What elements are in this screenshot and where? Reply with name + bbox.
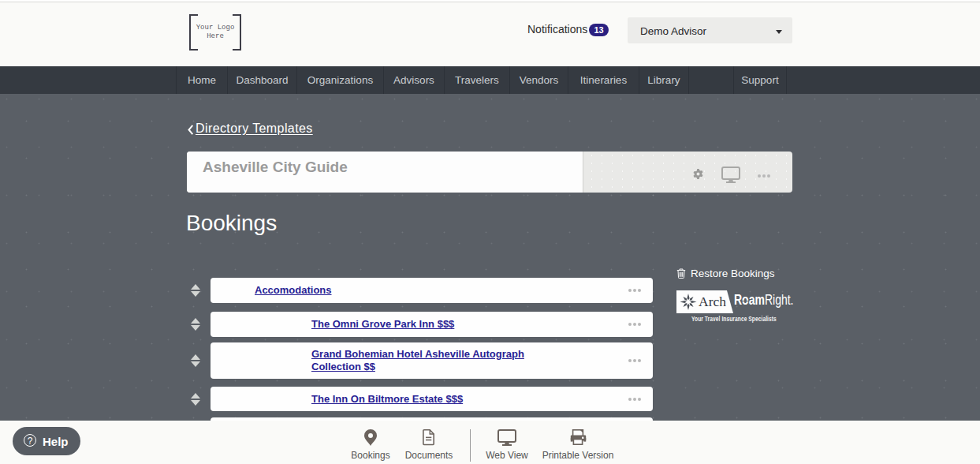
svg-text:Arch: Arch: [699, 294, 726, 309]
